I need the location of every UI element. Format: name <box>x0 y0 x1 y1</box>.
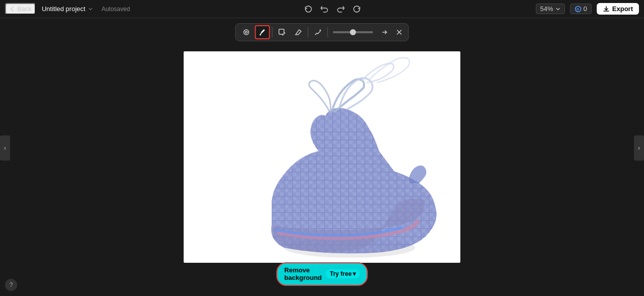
sync-icon-btn[interactable] <box>351 3 363 15</box>
topbar-center <box>136 3 529 15</box>
toolbar-strip <box>235 23 409 41</box>
help-icon: ? <box>10 281 13 288</box>
remove-background-banner[interactable]: Removebackground Try free ▾ <box>276 262 368 286</box>
export-icon <box>603 6 610 13</box>
try-free-chevron: ▾ <box>353 270 356 277</box>
chevron-down-icon <box>88 6 94 12</box>
sync-icon <box>353 5 361 13</box>
back-label: Back <box>17 5 32 13</box>
zoom-chevron-icon <box>555 7 560 12</box>
remove-background-text: Removebackground <box>284 266 321 282</box>
svg-point-3 <box>246 31 248 33</box>
zoom-button[interactable]: 54% <box>536 4 565 14</box>
close-icon <box>396 29 403 36</box>
left-panel-toggle[interactable]: ‹ <box>0 135 10 161</box>
canvas-area <box>10 18 634 296</box>
right-panel-toggle[interactable]: › <box>634 135 644 161</box>
brush-size-thumb <box>350 29 356 35</box>
brush-icon <box>259 28 267 36</box>
toolbar-divider-3 <box>328 27 328 37</box>
notification-count: 0 <box>584 5 587 13</box>
eraser-icon <box>294 28 302 36</box>
svg-point-6 <box>319 30 321 31</box>
undo-icon-btn[interactable] <box>318 3 331 15</box>
arrow-right-tool-btn[interactable] <box>377 25 392 39</box>
heal-icon <box>314 28 322 36</box>
transform-icon <box>278 28 286 36</box>
svg-text:0: 0 <box>577 7 579 12</box>
right-arrow-icon: › <box>638 144 640 152</box>
redo-icon <box>337 5 345 13</box>
try-free-label: Try free <box>330 270 352 277</box>
export-label: Export <box>612 5 633 13</box>
project-title: Untitled project <box>42 5 86 13</box>
project-title-area: Untitled project <box>42 5 94 13</box>
lasso-icon <box>243 28 251 36</box>
back-arrow-icon <box>9 6 15 12</box>
toolbar-close-button[interactable] <box>393 26 406 38</box>
svg-rect-5 <box>279 29 284 34</box>
notification-button[interactable]: 0 0 <box>570 4 592 14</box>
eraser-tool-btn[interactable] <box>291 25 306 39</box>
toolbar-divider-2 <box>308 27 308 37</box>
transform-tool-btn[interactable] <box>275 25 290 39</box>
heal-tool-btn[interactable] <box>310 25 326 39</box>
brush-size-slider[interactable] <box>333 31 373 33</box>
svg-point-2 <box>244 30 249 35</box>
brush-size-slider-container[interactable] <box>330 31 376 33</box>
undo-icon <box>320 5 329 13</box>
help-button[interactable]: ? <box>5 279 17 291</box>
arrow-right-icon <box>381 29 388 36</box>
canvas-frame <box>184 51 460 263</box>
left-arrow-icon: ‹ <box>4 144 6 152</box>
topbar-right: 54% 0 0 Export <box>536 3 639 15</box>
svg-point-4 <box>260 34 261 36</box>
brush-tool-btn[interactable] <box>255 25 270 39</box>
toolbar-divider-1 <box>272 27 273 37</box>
refresh-icon-btn[interactable] <box>302 3 314 15</box>
lasso-tool-btn[interactable] <box>239 25 254 39</box>
notification-icon: 0 <box>575 6 582 13</box>
export-button[interactable]: Export <box>597 3 639 15</box>
try-free-badge: Try free ▾ <box>326 269 360 278</box>
autosaved-label: Autosaved <box>102 6 130 13</box>
redo-icon-btn[interactable] <box>335 3 347 15</box>
shoe-illustration <box>184 51 460 263</box>
refresh-icon <box>304 5 312 13</box>
topbar: Back Untitled project Autosaved 54% 0 0 <box>0 0 644 18</box>
back-button[interactable]: Back <box>5 3 36 15</box>
zoom-level: 54% <box>540 5 553 13</box>
